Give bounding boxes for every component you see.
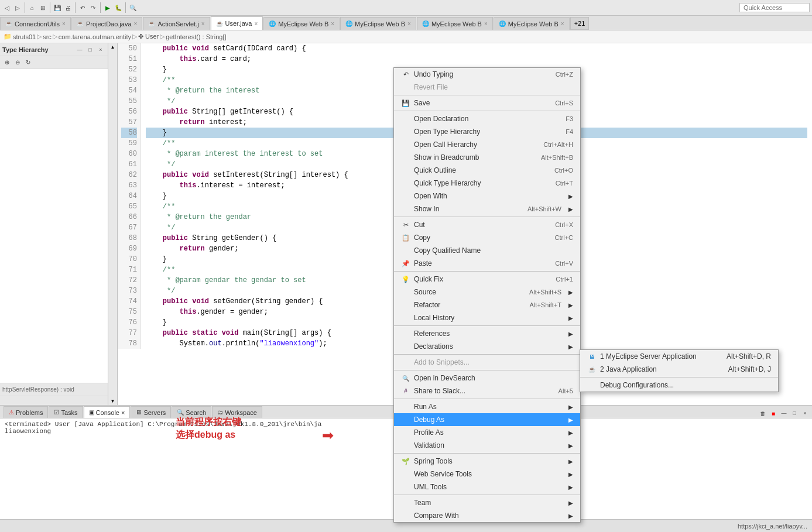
breadcrumb-part-3[interactable]: com.tarena.outman.entity: [59, 33, 131, 40]
tab-label: ProjectDao.java: [86, 20, 132, 28]
menu-open-declaration[interactable]: Open Declaration F3: [394, 112, 580, 125]
close-icon[interactable]: ×: [201, 20, 205, 27]
close-tab-icon[interactable]: ×: [254, 20, 258, 27]
search-icon: 🔍: [177, 409, 184, 416]
toolbar-icon-print[interactable]: 🖨: [63, 3, 73, 12]
tab-servers[interactable]: 🖥 Servers: [131, 406, 171, 418]
tab-myeclipse-2[interactable]: 🌐 MyEclipse Web B ×: [340, 17, 416, 30]
breadcrumb-part-4[interactable]: ✤ User: [138, 33, 159, 40]
menu-references[interactable]: References ▶: [394, 327, 580, 340]
menu-sep-1: [394, 95, 580, 95]
panel-close-icon[interactable]: ×: [96, 45, 105, 54]
menu-copy[interactable]: 📋 Copy Ctrl+C: [394, 231, 580, 244]
left-panel-title: Type Hierarchy: [2, 46, 49, 53]
bottom-close-icon[interactable]: ×: [800, 409, 810, 418]
breadcrumb-part-2[interactable]: src: [43, 33, 52, 40]
menu-quick-fix[interactable]: 💡 Quick Fix Ctrl+1: [394, 273, 580, 286]
left-panel-vscroll[interactable]: ▲ ▼: [108, 43, 118, 405]
menu-save[interactable]: 💾 Save Ctrl+S: [394, 97, 580, 109]
menu-copy-qualified[interactable]: Copy Qualified Name: [394, 244, 580, 257]
menu-refactor[interactable]: Refactor Alt+Shift+T ▶: [394, 298, 580, 311]
panel-maximize-icon[interactable]: □: [85, 45, 95, 54]
breadcrumb-part-1[interactable]: struts01: [13, 33, 36, 40]
toolbar-icon-home[interactable]: ⌂: [28, 3, 37, 12]
menu-source-shortcut: Alt+Shift+S: [529, 289, 561, 296]
close-icon[interactable]: ×: [62, 20, 66, 27]
tab-myeclipse-1[interactable]: 🌐 MyEclipse Web B ×: [263, 17, 340, 30]
line-num-56: 56: [121, 107, 137, 117]
menu-sep-2: [394, 111, 580, 111]
menu-web-service-tools[interactable]: Web Service Tools ▶: [394, 468, 580, 480]
menu-copy-label: Copy: [414, 234, 430, 242]
close-console-icon[interactable]: ×: [121, 409, 125, 416]
close-icon[interactable]: ×: [134, 20, 138, 27]
toolbar-icon-save[interactable]: 💾: [53, 3, 62, 12]
menu-open-type-hierarchy[interactable]: Open Type Hierarchy F4: [394, 125, 580, 138]
left-panel-toolbar-icon-2[interactable]: ⊖: [13, 58, 22, 67]
tab-myeclipse-3[interactable]: 🌐 MyEclipse Web B ×: [417, 17, 493, 30]
toolbar-icon-3[interactable]: ⊞: [38, 3, 47, 12]
menu-show-in[interactable]: Show In Alt+Shift+W ▶: [394, 202, 580, 215]
tab-action-servlet[interactable]: ☕ ActionServlet.j ×: [143, 17, 210, 30]
tab-console[interactable]: ▣ Console ×: [84, 406, 131, 418]
menu-validation[interactable]: Validation ▶: [394, 439, 580, 452]
declarations-arrow-icon: ▶: [568, 344, 573, 350]
line-num-78: 78: [121, 338, 137, 349]
menu-undo-typing[interactable]: ↶ Undo Typing Ctrl+Z: [394, 68, 580, 81]
close-icon[interactable]: ×: [331, 20, 334, 27]
bottom-stop-icon[interactable]: ■: [769, 409, 778, 418]
toolbar-icon-redo[interactable]: ↷: [88, 3, 98, 12]
menu-quick-type-hierarchy[interactable]: Quick Type Hierarchy Ctrl+T: [394, 177, 580, 190]
toolbar-icon-1[interactable]: ◁: [2, 3, 12, 12]
submenu-myeclipse-server[interactable]: 🖥 1 MyEclipse Server Application Alt+Shi…: [580, 350, 778, 363]
bottom-minimize-icon[interactable]: —: [779, 409, 789, 418]
tab-myeclipse-4[interactable]: 🌐 MyEclipse Web B ×: [494, 17, 570, 30]
bottom-maximize-icon[interactable]: □: [790, 409, 799, 418]
menu-run-as[interactable]: Run As ▶: [394, 400, 580, 413]
menu-quick-outline[interactable]: Quick Outline Ctrl+O: [394, 164, 580, 177]
left-panel-toolbar-icon-1[interactable]: ⊕: [2, 58, 12, 67]
close-icon[interactable]: ×: [407, 20, 411, 27]
breadcrumb-part-5[interactable]: getInterest() : String[]: [166, 33, 226, 40]
menu-cut[interactable]: ✂ Cut Ctrl+X: [394, 218, 580, 231]
menu-debug-as[interactable]: Debug As ▶: [394, 413, 580, 426]
menu-open-call-hierarchy[interactable]: Open Call Hierarchy Ctrl+Alt+H: [394, 138, 580, 151]
menu-spring-tools[interactable]: 🌱 Spring Tools ▶: [394, 455, 580, 468]
toolbar-icon-undo[interactable]: ↶: [78, 3, 87, 12]
menu-uml-tools[interactable]: UML Tools ▶: [394, 480, 580, 493]
toolbar-icon-2[interactable]: ▷: [13, 3, 22, 12]
menu-open-with[interactable]: Open With ▶: [394, 190, 580, 202]
line-num-77: 77: [121, 328, 137, 338]
menu-share-slack[interactable]: # Share to Slack... Alt+5: [394, 385, 580, 397]
tab-project-dao[interactable]: ☕ ProjectDao.java ×: [71, 17, 143, 30]
tab-problems[interactable]: ⚠ Problems: [4, 406, 48, 418]
toolbar-icon-search[interactable]: 🔍: [128, 3, 138, 12]
panel-minimize-icon[interactable]: —: [75, 45, 84, 54]
tab-connection-utils[interactable]: ☕ ConnectionUtils ×: [0, 17, 71, 30]
menu-show-breadcrumb[interactable]: Show in Breadcrumb Alt+Shift+B: [394, 151, 580, 164]
toolbar-icon-debug[interactable]: 🐛: [114, 3, 123, 12]
menu-team[interactable]: Team ▶: [394, 496, 580, 509]
java-app-icon: ☕: [587, 365, 597, 374]
menu-profile-as[interactable]: Profile As ▶: [394, 426, 580, 439]
close-icon[interactable]: ×: [484, 20, 488, 27]
menu-declarations[interactable]: Declarations ▶: [394, 340, 580, 353]
submenu-debug-configs[interactable]: Debug Configurations...: [580, 379, 778, 392]
bottom-clear-icon[interactable]: 🗑: [758, 409, 768, 418]
menu-local-history[interactable]: Local History ▶: [394, 311, 580, 324]
menu-source[interactable]: Source Alt+Shift+S ▶: [394, 286, 580, 298]
tab-overflow[interactable]: +21: [570, 17, 590, 30]
copy-qual-icon: [401, 246, 410, 255]
quick-access-input[interactable]: [739, 3, 810, 12]
menu-paste[interactable]: 📌 Paste Ctrl+V: [394, 257, 580, 270]
menu-compare-with[interactable]: Compare With ▶: [394, 509, 580, 522]
left-panel-toolbar-icon-3[interactable]: ↻: [23, 58, 33, 67]
menu-open-devsearch[interactable]: 🔍 Open in DevSearch: [394, 372, 580, 385]
tab-user-java[interactable]: ☕ User.java ×: [211, 16, 263, 30]
tab-tasks[interactable]: ☑ Tasks: [49, 406, 83, 418]
toolbar-icon-run[interactable]: ▶: [103, 3, 112, 12]
menu-open-decl-shortcut: F3: [566, 115, 573, 122]
submenu-java-app[interactable]: ☕ 2 Java Application Alt+Shift+D, J: [580, 363, 778, 376]
close-icon[interactable]: ×: [561, 20, 564, 27]
left-panel-scrollbar[interactable]: [0, 396, 108, 405]
